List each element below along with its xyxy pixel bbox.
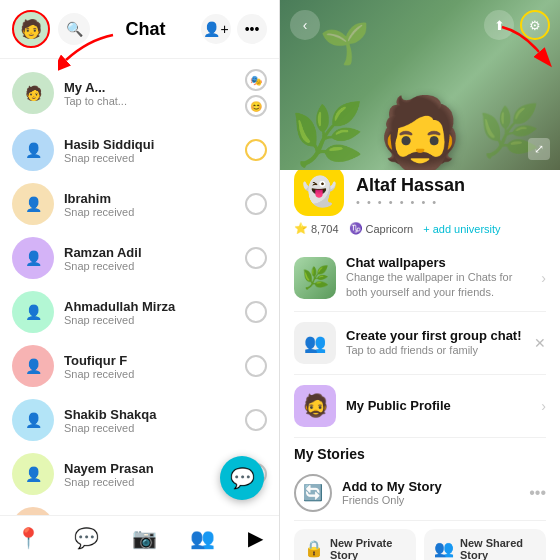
back-button[interactable]: ‹ — [290, 10, 320, 40]
profile-top-icons: ⬆ ⚙ — [484, 10, 550, 40]
settings-button[interactable]: ⚙ — [520, 10, 550, 40]
avatar: 👤 — [12, 129, 54, 171]
add-to-story-item[interactable]: 🔄 Add to My Story Friends Only ••• — [294, 466, 546, 521]
list-item[interactable]: 👤 Ahmadullah Mirza Snap received — [0, 285, 279, 339]
avatar: 👤 — [12, 183, 54, 225]
chevron-right-icon: › — [541, 270, 546, 286]
snap-icon — [245, 355, 267, 377]
nav-camera[interactable]: 📷 — [132, 526, 157, 550]
chat-meta — [245, 409, 267, 431]
add-university-link[interactable]: + add university — [423, 223, 500, 235]
avatar: 👤 — [12, 237, 54, 279]
bottom-navigation: 📍 💬 📷 👥 ▶ — [0, 515, 279, 560]
profile-thumbnail: 🧔 — [294, 385, 336, 427]
list-item[interactable]: 👤 Shakib Shakqa Snap received — [0, 393, 279, 447]
chat-meta — [245, 301, 267, 323]
wallpaper-thumbnail: 🌿 — [294, 257, 336, 299]
chat-name: Shakib Shakqa — [64, 407, 235, 422]
more-options-button[interactable]: ••• — [237, 14, 267, 44]
profile-stats: ⭐ 8,704 ♑ Capricorn + add university — [294, 222, 546, 235]
chat-info: My A... Tap to chat... — [64, 80, 235, 107]
snap-icon — [245, 409, 267, 431]
profile-panel: 🌿 🌱 🌿 🧔 ‹ ⬆ ⚙ ⤢ 👻 — [280, 0, 560, 560]
chat-meta — [245, 247, 267, 269]
snap-icon — [245, 247, 267, 269]
list-item[interactable]: 👤 Ibrahim Snap received — [0, 177, 279, 231]
search-button[interactable]: 🔍 — [58, 13, 90, 45]
chat-list: 🧑 My A... Tap to chat... 🎭 😊 👤 Hasib Sid… — [0, 59, 279, 515]
chat-title: Chat — [98, 19, 193, 40]
lock-icon: 🔒 — [304, 539, 324, 558]
profile-content: 👻 Altaf Hassan • • • • • • • • ⭐ 8,704 ♑… — [280, 154, 560, 560]
chat-name: Hasib Siddiqui — [64, 137, 235, 152]
card-text-profile: My Public Profile — [346, 398, 531, 413]
chat-meta — [245, 355, 267, 377]
shared-story-icon: 👥 — [434, 539, 454, 558]
chat-preview: Snap received — [64, 260, 235, 272]
list-item[interactable]: 👤 Toufiqur F Snap received — [0, 339, 279, 393]
chat-preview: Snap received — [64, 368, 235, 380]
avatar: 👤 — [12, 399, 54, 441]
new-private-story-button[interactable]: 🔒 New Private Story — [294, 529, 416, 560]
compose-fab-button[interactable]: 💬 — [220, 456, 264, 500]
expand-button[interactable]: ⤢ — [528, 138, 550, 160]
header-actions: 👤+ ••• — [201, 14, 267, 44]
nav-chat[interactable]: 💬 — [74, 526, 99, 550]
chat-preview: Snap received — [64, 476, 235, 488]
avatar: 🧑 — [12, 72, 54, 114]
create-group-card[interactable]: 👥 Create your first group chat! Tap to a… — [294, 312, 546, 375]
nav-spotlight[interactable]: ▶ — [248, 526, 263, 550]
card-text-wallpapers: Chat wallpapers Change the wallpaper in … — [346, 255, 531, 301]
chat-item-my[interactable]: 🧑 My A... Tap to chat... 🎭 😊 — [0, 63, 279, 123]
profile-name-block: Altaf Hassan • • • • • • • • — [356, 175, 465, 208]
chat-preview: Tap to chat... — [64, 95, 235, 107]
new-shared-story-label: New Shared Story — [460, 537, 536, 560]
my-stories-section-header: My Stories — [294, 438, 546, 466]
new-shared-story-button[interactable]: 👥 New Shared Story — [424, 529, 546, 560]
chat-name: Nayem Prasan — [64, 461, 235, 476]
list-item[interactable]: 👤 Hasib Siddiqui Snap received — [0, 123, 279, 177]
chat-meta: 🎭 😊 — [245, 69, 267, 117]
story-text: Add to My Story Friends Only — [342, 479, 519, 506]
card-text-group: Create your first group chat! Tap to add… — [346, 328, 524, 358]
list-item[interactable]: 👤 Naxer Snap received — [0, 501, 279, 515]
chat-preview: Snap received — [64, 314, 235, 326]
chevron-right-icon: › — [541, 398, 546, 414]
chat-info: Ibrahim Snap received — [64, 191, 235, 218]
nav-friends[interactable]: 👥 — [190, 526, 215, 550]
close-icon[interactable]: ✕ — [534, 335, 546, 351]
profile-identity: 👻 Altaf Hassan • • • • • • • • — [294, 166, 546, 216]
profile-header: 🌿 🌱 🌿 🧔 ‹ ⬆ ⚙ ⤢ — [280, 0, 560, 170]
chat-name: My A... — [64, 80, 235, 95]
chat-panel: 🧑 🔍 Chat 👤+ ••• 🧑 My A... Tap to chat... — [0, 0, 280, 560]
story-icon: 🔄 — [294, 474, 332, 512]
card-subtitle: Change the wallpaper in Chats for both y… — [346, 270, 531, 301]
share-button[interactable]: ⬆ — [484, 10, 514, 40]
nav-map[interactable]: 📍 — [16, 526, 41, 550]
chat-meta — [245, 139, 267, 161]
story-title: Add to My Story — [342, 479, 519, 494]
snap-status-icon: 🎭 — [245, 69, 267, 91]
snap-score-stat: ⭐ 8,704 — [294, 222, 339, 235]
chat-name: Ibrahim — [64, 191, 235, 206]
chat-name: Ramzan Adil — [64, 245, 235, 260]
chat-info: Ramzan Adil Snap received — [64, 245, 235, 272]
capricorn-icon: ♑ — [349, 222, 363, 235]
chat-meta — [245, 193, 267, 215]
profile-handle: • • • • • • • • — [356, 196, 465, 208]
list-item[interactable]: 👤 Ramzan Adil Snap received — [0, 231, 279, 285]
star-sign-stat: ♑ Capricorn — [349, 222, 414, 235]
add-friend-button[interactable]: 👤+ — [201, 14, 231, 44]
more-options-icon[interactable]: ••• — [529, 484, 546, 502]
user-avatar[interactable]: 🧑 — [12, 10, 50, 48]
chat-wallpapers-card[interactable]: 🌿 Chat wallpapers Change the wallpaper i… — [294, 245, 546, 312]
snap-icon — [245, 301, 267, 323]
chat-preview: Snap received — [64, 422, 235, 434]
chat-info: Hasib Siddiqui Snap received — [64, 137, 235, 164]
public-profile-card[interactable]: 🧔 My Public Profile › — [294, 375, 546, 438]
chat-info: Toufiqur F Snap received — [64, 353, 235, 380]
snapchat-avatar: 👻 — [294, 166, 344, 216]
avatar: 👤 — [12, 291, 54, 333]
card-title: Create your first group chat! — [346, 328, 524, 343]
bitmoji-character: 🧔 — [375, 98, 465, 170]
